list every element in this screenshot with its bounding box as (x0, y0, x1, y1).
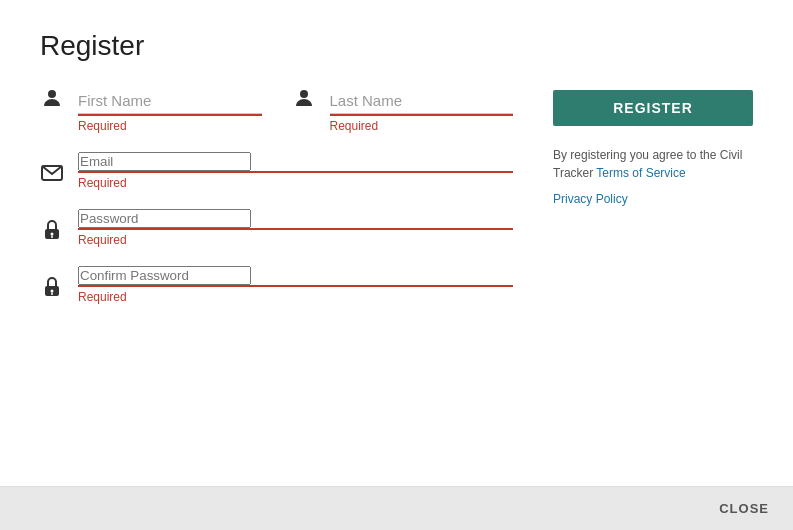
last-name-required: Required (330, 119, 379, 133)
last-name-input-wrap (330, 90, 514, 116)
password-required: Required (78, 233, 127, 247)
lock-icon-2 (40, 275, 68, 303)
first-name-field-row (40, 86, 262, 116)
password-field-row: Required (40, 209, 513, 248)
email-field-row: Required (40, 152, 513, 191)
svg-point-7 (51, 290, 54, 293)
email-input[interactable] (78, 152, 251, 171)
first-name-required: Required (78, 119, 127, 133)
last-name-field-row (292, 86, 514, 116)
first-name-input-wrap (78, 90, 262, 116)
svg-point-4 (51, 233, 54, 236)
confirm-password-input-wrap: Required (78, 266, 513, 305)
password-input[interactable] (78, 209, 251, 228)
password-underline (78, 228, 513, 230)
confirm-password-underline (78, 285, 513, 287)
close-button[interactable]: CLOSE (719, 501, 769, 516)
confirm-password-field-row: Required (40, 266, 513, 305)
lock-icon (40, 218, 68, 246)
email-underline (78, 171, 513, 173)
svg-point-1 (300, 90, 308, 98)
first-name-input[interactable] (78, 90, 262, 114)
email-icon (40, 161, 68, 189)
email-input-wrap: Required (78, 152, 513, 191)
register-button[interactable]: REGISTER (553, 90, 753, 126)
privacy-policy-link[interactable]: Privacy Policy (553, 192, 628, 206)
name-row: Required (40, 86, 513, 134)
email-required: Required (78, 176, 127, 190)
svg-point-0 (48, 90, 56, 98)
confirm-password-required: Required (78, 290, 127, 304)
person-icon-2 (292, 86, 320, 114)
right-section: REGISTER By registering you agree to the… (553, 30, 753, 466)
modal-footer: CLOSE (0, 486, 793, 530)
terms-of-service-link[interactable]: Terms of Service (596, 166, 685, 180)
form-section: Register (40, 30, 513, 466)
last-name-input[interactable] (330, 90, 514, 114)
person-icon (40, 86, 68, 114)
password-input-wrap: Required (78, 209, 513, 248)
last-name-group: Required (292, 86, 514, 134)
page-title: Register (40, 30, 513, 62)
register-modal: Register (0, 0, 793, 530)
first-name-group: Required (40, 86, 262, 134)
confirm-password-input[interactable] (78, 266, 251, 285)
terms-text: By registering you agree to the Civil Tr… (553, 146, 753, 182)
modal-body: Register (0, 0, 793, 486)
